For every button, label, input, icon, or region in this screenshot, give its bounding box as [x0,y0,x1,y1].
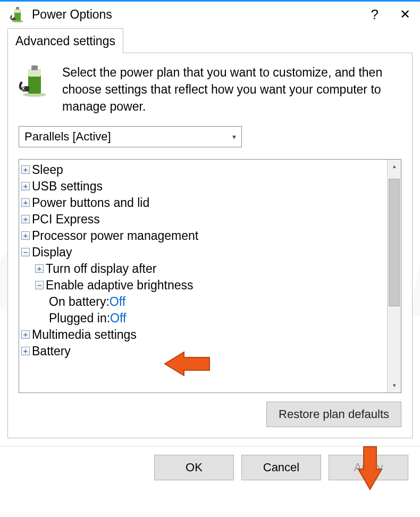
window-title: Power Options [32,7,371,22]
tree-item[interactable]: +Processor power management [21,228,385,244]
scroll-up-button[interactable]: ▴ [388,160,401,173]
dialog-buttons: OK Cancel Apply [0,446,420,489]
tree-item[interactable]: +USB settings [21,178,385,195]
ok-button[interactable]: OK [154,455,234,480]
expand-icon[interactable]: + [21,347,30,355]
collapse-icon[interactable]: − [21,248,30,256]
svg-rect-10 [21,87,25,88]
titlebar: Power Options ? ✕ [0,2,420,28]
cancel-button[interactable]: Cancel [241,455,321,480]
tree-item[interactable]: +Turn off display after [21,261,385,277]
tree-item[interactable]: On battery: Off [21,294,385,310]
tree-item-label: PCI Express [32,212,100,227]
tree-item-label: Sleep [32,163,63,177]
apply-button[interactable]: Apply [329,455,408,480]
tree-item[interactable]: Plugged in: Off [21,310,385,327]
power-plan-selected: Parallels [Active] [24,130,111,144]
restore-plan-defaults-button[interactable]: Restore plan defaults [266,402,401,427]
scroll-down-button[interactable]: ▾ [388,379,401,393]
expand-icon[interactable]: + [21,215,30,223]
svg-rect-8 [31,65,38,70]
tree-item[interactable]: +Power buttons and lid [21,195,385,211]
expand-icon[interactable]: + [35,264,44,273]
tab-content: Select the power plan that you want to c… [7,53,413,438]
tree-item[interactable]: +Battery [21,343,385,360]
battery-icon [10,6,27,23]
tree-item-value[interactable]: Off [110,295,125,309]
tree-item[interactable]: +Multimedia settings [21,327,385,343]
close-button[interactable]: ✕ [400,7,410,22]
settings-tree: +Sleep+USB settings+Power buttons and li… [19,159,401,393]
scroll-track[interactable] [388,173,401,379]
svg-rect-7 [28,69,41,77]
expand-icon[interactable]: + [21,198,30,207]
scroll-thumb[interactable] [389,179,400,306]
scrollbar[interactable]: ▴ ▾ [387,160,401,393]
tree-item[interactable]: −Enable adaptive brightness [21,277,385,294]
power-plan-icon [19,64,53,98]
tree-item-label: On battery: [49,295,110,309]
tree-item[interactable]: +Sleep [21,162,385,178]
expand-icon[interactable]: + [21,165,30,174]
tree-item-label: Processor power management [32,229,198,243]
power-plan-dropdown[interactable]: Parallels [Active] ▾ [19,126,242,147]
tree-item-label: Battery [32,344,71,358]
svg-rect-3 [16,7,19,10]
tree-item-label: Enable adaptive brightness [46,278,193,293]
tree-item-value[interactable]: Off [110,311,126,326]
tree-item-label: USB settings [32,179,103,194]
svg-rect-2 [14,9,21,13]
tree-item-label: Multimedia settings [32,328,137,342]
tree-item-label: Power buttons and lid [32,196,149,210]
tree-item-label: Turn off display after [46,262,156,276]
tree-item-label: Plugged in: [49,311,110,326]
collapse-icon[interactable]: − [35,281,44,289]
svg-rect-4 [13,18,15,20]
expand-icon[interactable]: + [21,231,30,240]
expand-icon[interactable]: + [21,182,30,190]
svg-rect-11 [21,89,25,90]
tree-item-label: Display [32,245,72,260]
tab-advanced-settings[interactable]: Advanced settings [7,28,123,53]
intro-text: Select the power plan that you want to c… [62,64,401,115]
tree-item[interactable]: −Display [21,244,385,261]
expand-icon[interactable]: + [21,330,30,339]
chevron-down-icon: ▾ [232,132,236,141]
tree-item[interactable]: +PCI Express [21,211,385,228]
help-button[interactable]: ? [371,6,379,23]
